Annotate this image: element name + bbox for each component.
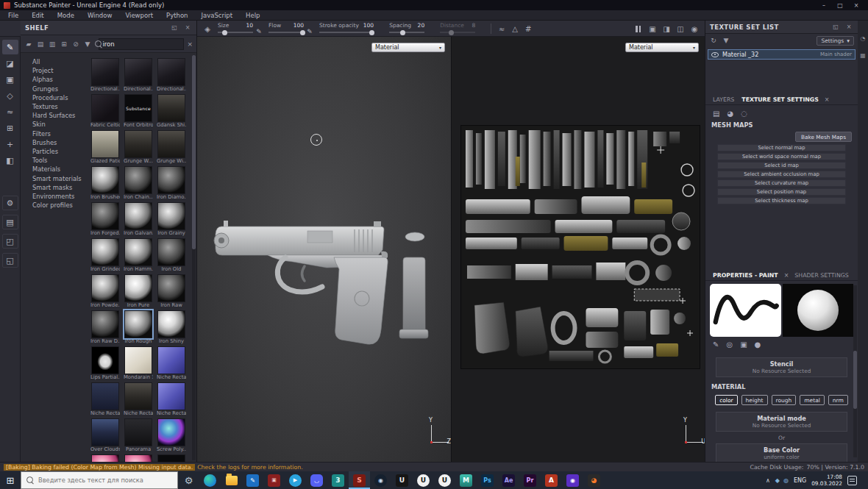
unlink-resource-icon[interactable]: ⊘ bbox=[71, 40, 80, 48]
premiere-icon[interactable]: Pr bbox=[519, 471, 541, 489]
quick-mask-tool-icon[interactable]: ◧ bbox=[2, 153, 18, 168]
scrollbar-thumb[interactable] bbox=[192, 55, 196, 249]
resources-updates-icon[interactable]: ◔ bbox=[861, 35, 866, 42]
shelf-item[interactable]: Iron Raw D... bbox=[90, 310, 120, 346]
snap-grid-icon[interactable]: # bbox=[524, 24, 533, 34]
slider-knob[interactable] bbox=[300, 30, 305, 35]
eraser-tool-icon[interactable]: ◪ bbox=[2, 56, 18, 71]
scrollbar-thumb[interactable] bbox=[853, 351, 857, 410]
close-panel-icon[interactable]: × bbox=[183, 24, 192, 31]
camera-icon[interactable]: ◉ bbox=[690, 24, 699, 34]
shelf-item[interactable]: Iron Raw bbox=[157, 274, 186, 310]
after-effects-icon[interactable]: Ae bbox=[498, 471, 519, 489]
start-button[interactable]: ⊞ bbox=[0, 471, 21, 489]
split-2d3d-view-icon[interactable]: ◫ bbox=[676, 24, 685, 34]
menu-item[interactable]: Viewport bbox=[118, 12, 160, 19]
shelf-item[interactable]: Iron Forged... bbox=[90, 202, 120, 238]
channel-toggle-button[interactable]: color bbox=[715, 395, 737, 405]
shelf-item[interactable]: Panorama bbox=[124, 418, 153, 454]
visibility-eye-icon[interactable] bbox=[711, 52, 719, 57]
channel-toggle-button[interactable]: metal bbox=[800, 395, 825, 405]
shelf-item[interactable]: Iron Rough bbox=[124, 310, 153, 346]
maximize-button[interactable]: □ bbox=[832, 1, 848, 10]
paint-app-icon[interactable]: ✎ bbox=[242, 471, 263, 489]
shelf-item[interactable]: Iron Grinded bbox=[90, 238, 120, 274]
material-mode-box[interactable]: Material mode No Resource Selected bbox=[716, 412, 847, 432]
uv-texture-area[interactable] bbox=[460, 125, 700, 369]
new-resource-icon[interactable]: ▤ bbox=[36, 40, 45, 48]
purple-eye-app-icon[interactable]: ◉ bbox=[562, 471, 583, 489]
channels-icon[interactable]: ▤ bbox=[713, 110, 719, 118]
stencil-box[interactable]: Stencil No Resource Selected bbox=[716, 357, 847, 377]
slider-track[interactable] bbox=[218, 32, 253, 33]
shelf-search-input[interactable] bbox=[99, 38, 184, 50]
slider-track[interactable] bbox=[440, 32, 475, 33]
material-view-icon[interactable]: ▣ bbox=[648, 24, 657, 34]
mesh-map-slot-button[interactable]: Select normal map bbox=[717, 144, 846, 151]
tablet-pressure-icon[interactable]: ▤ bbox=[2, 215, 18, 229]
mesh-map-slot-button[interactable]: Select curvature map bbox=[717, 179, 846, 187]
shelf-item[interactable]: Iron Chain... bbox=[124, 166, 153, 201]
undock-panel-icon[interactable]: ◱ bbox=[170, 24, 179, 31]
paint-wand-icon[interactable]: ◈ bbox=[203, 24, 212, 34]
slider-value[interactable]: 100 bbox=[294, 22, 304, 29]
taskbar-clock[interactable]: 17:08 09.03.2022 bbox=[811, 474, 842, 487]
channel-toggle-button[interactable]: rough bbox=[772, 395, 797, 405]
tab-layers[interactable]: LAYERS bbox=[710, 96, 737, 103]
red-app-icon[interactable]: ▣ bbox=[263, 471, 285, 489]
toggle-left-panel-icon[interactable]: ◰ bbox=[2, 234, 18, 249]
autodesk-app-icon[interactable]: A bbox=[541, 471, 562, 489]
shelf-item[interactable]: Grunge Wi... bbox=[157, 130, 186, 165]
slider-track[interactable] bbox=[268, 32, 304, 33]
slider-knob[interactable] bbox=[369, 30, 374, 35]
polygon-fill-tool-icon[interactable]: ◇ bbox=[2, 88, 18, 103]
pen-pressure-icon[interactable]: ✎ bbox=[306, 25, 313, 35]
substance-painter-icon[interactable]: S bbox=[349, 471, 370, 489]
shelf-category-item[interactable]: Skin bbox=[21, 120, 88, 129]
mesh-map-slot-button[interactable]: Select position map bbox=[717, 188, 846, 196]
clear-search-icon[interactable]: × bbox=[187, 40, 193, 48]
close-panel-icon[interactable]: × bbox=[844, 24, 853, 30]
shelf-item[interactable]: Iron Powde... bbox=[90, 274, 120, 310]
shelf-item[interactable]: Niche Recta... bbox=[124, 382, 153, 418]
display-settings-icon[interactable]: ⚙ bbox=[2, 196, 18, 210]
discord-icon[interactable]: ◡ bbox=[306, 471, 327, 489]
clone-tool-icon[interactable]: ⊞ bbox=[2, 121, 18, 135]
close-tab-icon[interactable]: × bbox=[783, 272, 791, 279]
solo-channel-view-icon[interactable]: ◨ bbox=[662, 24, 671, 34]
shelf-item[interactable]: Iron Hamm... bbox=[124, 238, 153, 274]
shelf-category-item[interactable]: Alphas bbox=[21, 75, 88, 84]
shelf-item[interactable]: ▼ bbox=[157, 454, 186, 462]
shelf-item[interactable]: Over Clouds bbox=[90, 418, 120, 454]
shelf-item[interactable] bbox=[124, 454, 153, 462]
slider-value[interactable]: 100 bbox=[363, 22, 374, 29]
texture-set-row[interactable]: Material _32 Main shader bbox=[708, 49, 855, 60]
shelf-item[interactable]: Directional... bbox=[90, 58, 120, 93]
undock-panel-icon[interactable]: ◱ bbox=[831, 24, 840, 30]
stencil-settings-icon[interactable]: ▣ bbox=[740, 340, 747, 349]
pen-pressure-icon[interactable] bbox=[477, 25, 485, 35]
shelf-item[interactable]: Lips Partial... bbox=[90, 346, 120, 382]
texture-set-settings-dropdown[interactable]: Settings ▾ bbox=[817, 36, 854, 46]
shelf-scrollbar[interactable] bbox=[192, 55, 196, 460]
menu-item[interactable]: Mode bbox=[51, 12, 81, 19]
3dsmax-icon[interactable]: 3 bbox=[327, 471, 349, 489]
mesh-map-slot-button[interactable]: Select world space normal map bbox=[717, 153, 846, 160]
shelf-item[interactable]: Grunge W... bbox=[124, 130, 153, 165]
keyboard-language-indicator[interactable]: ENG bbox=[794, 477, 806, 484]
notification-center-icon[interactable] bbox=[847, 476, 857, 485]
steam-icon[interactable]: ◉ bbox=[370, 471, 391, 489]
mesh-map-slot-button[interactable]: Select ambient occlusion map bbox=[717, 171, 846, 178]
shelf-category-item[interactable]: Materials bbox=[21, 165, 88, 174]
slider-value[interactable]: 10 bbox=[246, 22, 253, 29]
shelf-category-item[interactable]: Procedurals bbox=[21, 93, 88, 102]
shelf-item[interactable]: Iron Diamo... bbox=[157, 166, 186, 201]
material-picker-tool-icon[interactable]: + bbox=[2, 137, 18, 151]
shelf-item[interactable]: Screw Poly... bbox=[157, 418, 186, 454]
paint-brush-tool-icon[interactable]: ✎ bbox=[2, 40, 18, 54]
shelf-category-item[interactable]: Grunges bbox=[21, 85, 88, 93]
pen-pressure-icon[interactable]: ✎ bbox=[255, 25, 263, 35]
shelf-category-item[interactable]: Smart masks bbox=[21, 183, 88, 192]
shelf-item[interactable]: Directional... bbox=[157, 58, 186, 93]
channel-toggle-button[interactable]: height bbox=[741, 395, 768, 405]
